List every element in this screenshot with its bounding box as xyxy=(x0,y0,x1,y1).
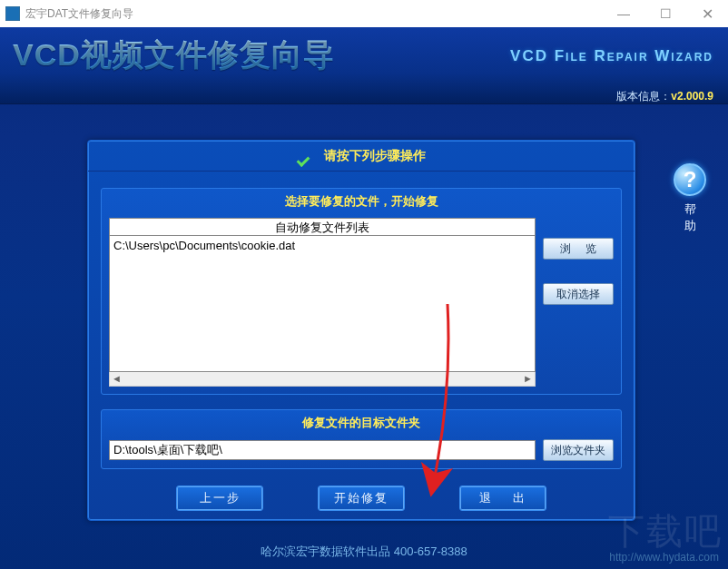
list-item[interactable]: C:\Users\pc\Documents\cookie.dat xyxy=(113,238,531,254)
file-list-header: 自动修复文件列表 xyxy=(109,218,536,236)
scroll-left-icon[interactable]: ◄ xyxy=(112,372,122,386)
app-icon xyxy=(5,6,20,21)
panel-header-text: 请按下列步骤操作 xyxy=(324,148,426,164)
banner-title-en: VCD File Repair Wizard xyxy=(510,47,713,65)
browse-folder-button[interactable]: 浏览文件夹 xyxy=(543,439,614,461)
help-area[interactable]: ? 帮 助 xyxy=(666,163,713,234)
target-folder-panel: 修复文件的目标文件夹 D:\tools\桌面\下载吧\ 浏览文件夹 xyxy=(101,409,622,469)
version-number: v2.000.9 xyxy=(671,90,713,103)
back-button[interactable]: 上一步 xyxy=(176,486,263,511)
footer: 哈尔滨宏宇数据软件出品 400-657-8388 http://www.hyda… xyxy=(0,544,728,560)
exit-button[interactable]: 退 出 xyxy=(459,486,546,511)
file-list-area: 自动修复文件列表 C:\Users\pc\Documents\cookie.da… xyxy=(109,218,536,387)
cancel-select-button[interactable]: 取消选择 xyxy=(543,283,614,305)
help-label: 帮 助 xyxy=(666,201,713,234)
checkmark-icon xyxy=(297,147,315,165)
list-scrollbar[interactable]: ◄ ► xyxy=(109,372,536,387)
window-controls: — ☐ ✕ xyxy=(603,0,728,27)
close-button[interactable]: ✕ xyxy=(686,0,728,27)
panel-header: 请按下列步骤操作 xyxy=(88,141,635,172)
footer-text: 哈尔滨宏宇数据软件出品 400-657-8388 xyxy=(261,544,467,558)
version-label: 版本信息： xyxy=(616,90,671,103)
action-row: 上一步 开始修复 退 出 xyxy=(88,486,635,511)
file-side-buttons: 浏 览 取消选择 xyxy=(543,218,614,387)
scroll-right-icon[interactable]: ► xyxy=(523,372,533,386)
start-repair-button[interactable]: 开始修复 xyxy=(318,486,405,511)
wizard-panel: 请按下列步骤操作 选择要修复的文件，开始修复 自动修复文件列表 C:\Users… xyxy=(87,140,635,521)
help-icon[interactable]: ? xyxy=(674,163,706,196)
select-files-title: 选择要修复的文件，开始修复 xyxy=(102,189,621,214)
titlebar: 宏宇DAT文件修复向导 — ☐ ✕ xyxy=(0,0,728,27)
app-body: VCD视频文件修复向导 VCD File Repair Wizard 版本信息：… xyxy=(0,27,728,569)
footer-url: http://www.hydata.com xyxy=(609,551,719,564)
select-files-panel: 选择要修复的文件，开始修复 自动修复文件列表 C:\Users\pc\Docum… xyxy=(101,188,622,395)
window-title: 宏宇DAT文件修复向导 xyxy=(25,6,133,22)
target-path-input[interactable]: D:\tools\桌面\下载吧\ xyxy=(109,440,536,460)
target-folder-title: 修复文件的目标文件夹 xyxy=(102,410,621,436)
file-list[interactable]: C:\Users\pc\Documents\cookie.dat xyxy=(109,236,536,372)
banner: VCD视频文件修复向导 VCD File Repair Wizard 版本信息：… xyxy=(0,27,728,104)
browse-button[interactable]: 浏 览 xyxy=(543,238,614,260)
minimize-button[interactable]: — xyxy=(603,0,644,27)
version-info: 版本信息：v2.000.9 xyxy=(616,89,713,104)
maximize-button[interactable]: ☐ xyxy=(644,0,686,27)
